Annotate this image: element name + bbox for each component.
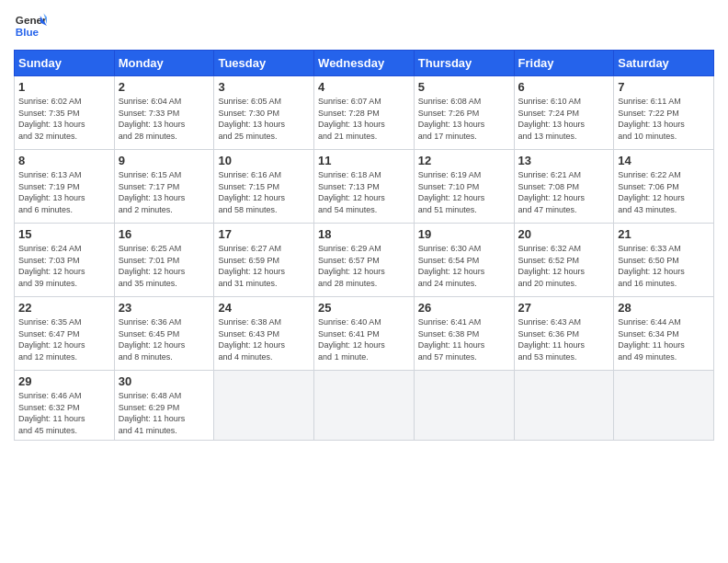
- day-info: Sunrise: 6:13 AM Sunset: 7:19 PM Dayligh…: [18, 169, 110, 215]
- day-cell: 13Sunrise: 6:21 AM Sunset: 7:08 PM Dayli…: [514, 150, 614, 224]
- day-info: Sunrise: 6:18 AM Sunset: 7:13 PM Dayligh…: [318, 169, 410, 215]
- week-row: 8Sunrise: 6:13 AM Sunset: 7:19 PM Daylig…: [15, 150, 714, 224]
- day-number: 18: [318, 227, 410, 241]
- day-number: 1: [18, 80, 110, 94]
- day-info: Sunrise: 6:19 AM Sunset: 7:10 PM Dayligh…: [418, 169, 510, 215]
- day-info: Sunrise: 6:35 AM Sunset: 6:47 PM Dayligh…: [18, 316, 110, 362]
- day-number: 20: [518, 227, 610, 241]
- day-number: 19: [418, 227, 510, 241]
- day-cell: 5Sunrise: 6:08 AM Sunset: 7:26 PM Daylig…: [414, 76, 514, 150]
- day-number: 24: [218, 301, 310, 315]
- logo: General Blue: [14, 9, 47, 42]
- day-info: Sunrise: 6:15 AM Sunset: 7:17 PM Dayligh…: [119, 169, 210, 215]
- day-cell: 23Sunrise: 6:36 AM Sunset: 6:45 PM Dayli…: [114, 297, 214, 371]
- day-number: 21: [618, 227, 710, 241]
- day-cell: [514, 371, 614, 441]
- day-number: 30: [119, 374, 210, 388]
- day-info: Sunrise: 6:16 AM Sunset: 7:15 PM Dayligh…: [218, 169, 310, 215]
- day-info: Sunrise: 6:30 AM Sunset: 6:54 PM Dayligh…: [418, 243, 510, 289]
- week-row: 15Sunrise: 6:24 AM Sunset: 7:03 PM Dayli…: [15, 224, 714, 297]
- day-number: 22: [18, 301, 110, 315]
- day-cell: [314, 371, 415, 441]
- day-number: 17: [218, 227, 310, 241]
- day-cell: 21Sunrise: 6:33 AM Sunset: 6:50 PM Dayli…: [614, 224, 714, 297]
- day-cell: 30Sunrise: 6:48 AM Sunset: 6:29 PM Dayli…: [114, 371, 214, 441]
- day-number: 27: [518, 301, 610, 315]
- day-info: Sunrise: 6:11 AM Sunset: 7:22 PM Dayligh…: [618, 96, 710, 142]
- header: General Blue: [14, 9, 714, 42]
- day-info: Sunrise: 6:41 AM Sunset: 6:38 PM Dayligh…: [418, 316, 510, 362]
- day-cell: 2Sunrise: 6:04 AM Sunset: 7:33 PM Daylig…: [114, 76, 214, 150]
- calendar-table: SundayMondayTuesdayWednesdayThursdayFrid…: [14, 50, 714, 441]
- day-cell: 4Sunrise: 6:07 AM Sunset: 7:28 PM Daylig…: [314, 76, 415, 150]
- day-number: 16: [119, 227, 210, 241]
- day-number: 11: [318, 154, 410, 167]
- day-number: 6: [518, 80, 610, 94]
- day-cell: 17Sunrise: 6:27 AM Sunset: 6:59 PM Dayli…: [214, 224, 314, 297]
- day-number: 25: [318, 301, 410, 315]
- header-day: Saturday: [614, 51, 714, 76]
- day-cell: 27Sunrise: 6:43 AM Sunset: 6:36 PM Dayli…: [514, 297, 614, 371]
- day-cell: 9Sunrise: 6:15 AM Sunset: 7:17 PM Daylig…: [114, 150, 214, 224]
- day-info: Sunrise: 6:40 AM Sunset: 6:41 PM Dayligh…: [318, 316, 410, 362]
- day-info: Sunrise: 6:08 AM Sunset: 7:26 PM Dayligh…: [418, 96, 510, 142]
- header-day: Sunday: [15, 51, 115, 76]
- day-cell: 3Sunrise: 6:05 AM Sunset: 7:30 PM Daylig…: [214, 76, 314, 150]
- day-cell: 29Sunrise: 6:46 AM Sunset: 6:32 PM Dayli…: [15, 371, 115, 441]
- day-cell: 1Sunrise: 6:02 AM Sunset: 7:35 PM Daylig…: [15, 76, 115, 150]
- day-cell: 10Sunrise: 6:16 AM Sunset: 7:15 PM Dayli…: [214, 150, 314, 224]
- logo-icon: General Blue: [14, 9, 47, 42]
- week-row: 22Sunrise: 6:35 AM Sunset: 6:47 PM Dayli…: [15, 297, 714, 371]
- day-number: 28: [618, 301, 710, 315]
- day-info: Sunrise: 6:36 AM Sunset: 6:45 PM Dayligh…: [119, 316, 210, 362]
- day-number: 4: [318, 80, 410, 94]
- day-info: Sunrise: 6:04 AM Sunset: 7:33 PM Dayligh…: [119, 96, 210, 142]
- day-number: 2: [119, 80, 210, 94]
- day-info: Sunrise: 6:25 AM Sunset: 7:01 PM Dayligh…: [119, 243, 210, 289]
- week-row: 1Sunrise: 6:02 AM Sunset: 7:35 PM Daylig…: [15, 76, 714, 150]
- day-info: Sunrise: 6:29 AM Sunset: 6:57 PM Dayligh…: [318, 243, 410, 289]
- day-number: 3: [218, 80, 310, 94]
- day-cell: [414, 371, 514, 441]
- day-number: 23: [119, 301, 210, 315]
- day-number: 9: [119, 154, 210, 167]
- day-cell: 8Sunrise: 6:13 AM Sunset: 7:19 PM Daylig…: [15, 150, 115, 224]
- day-number: 7: [618, 80, 710, 94]
- day-info: Sunrise: 6:07 AM Sunset: 7:28 PM Dayligh…: [318, 96, 410, 142]
- day-number: 15: [18, 227, 110, 241]
- day-cell: 24Sunrise: 6:38 AM Sunset: 6:43 PM Dayli…: [214, 297, 314, 371]
- page-container: General Blue SundayMondayTuesdayWednesda…: [0, 0, 728, 450]
- header-day: Wednesday: [314, 51, 415, 76]
- day-cell: 15Sunrise: 6:24 AM Sunset: 7:03 PM Dayli…: [15, 224, 115, 297]
- day-info: Sunrise: 6:32 AM Sunset: 6:52 PM Dayligh…: [518, 243, 610, 289]
- day-cell: 6Sunrise: 6:10 AM Sunset: 7:24 PM Daylig…: [514, 76, 614, 150]
- day-cell: 26Sunrise: 6:41 AM Sunset: 6:38 PM Dayli…: [414, 297, 514, 371]
- day-cell: 7Sunrise: 6:11 AM Sunset: 7:22 PM Daylig…: [614, 76, 714, 150]
- day-info: Sunrise: 6:05 AM Sunset: 7:30 PM Dayligh…: [218, 96, 310, 142]
- day-number: 14: [618, 154, 710, 167]
- day-cell: 20Sunrise: 6:32 AM Sunset: 6:52 PM Dayli…: [514, 224, 614, 297]
- header-day: Monday: [114, 51, 214, 76]
- header-row: SundayMondayTuesdayWednesdayThursdayFrid…: [15, 51, 714, 76]
- day-info: Sunrise: 6:48 AM Sunset: 6:29 PM Dayligh…: [119, 390, 210, 436]
- day-cell: 25Sunrise: 6:40 AM Sunset: 6:41 PM Dayli…: [314, 297, 415, 371]
- day-cell: 14Sunrise: 6:22 AM Sunset: 7:06 PM Dayli…: [614, 150, 714, 224]
- header-day: Thursday: [414, 51, 514, 76]
- day-cell: 19Sunrise: 6:30 AM Sunset: 6:54 PM Dayli…: [414, 224, 514, 297]
- day-cell: 12Sunrise: 6:19 AM Sunset: 7:10 PM Dayli…: [414, 150, 514, 224]
- day-cell: 28Sunrise: 6:44 AM Sunset: 6:34 PM Dayli…: [614, 297, 714, 371]
- week-row: 29Sunrise: 6:46 AM Sunset: 6:32 PM Dayli…: [15, 371, 714, 441]
- day-cell: 18Sunrise: 6:29 AM Sunset: 6:57 PM Dayli…: [314, 224, 415, 297]
- day-info: Sunrise: 6:46 AM Sunset: 6:32 PM Dayligh…: [18, 390, 110, 436]
- day-info: Sunrise: 6:33 AM Sunset: 6:50 PM Dayligh…: [618, 243, 710, 289]
- day-info: Sunrise: 6:02 AM Sunset: 7:35 PM Dayligh…: [18, 96, 110, 142]
- day-info: Sunrise: 6:22 AM Sunset: 7:06 PM Dayligh…: [618, 169, 710, 215]
- day-number: 5: [418, 80, 510, 94]
- day-number: 29: [18, 374, 110, 388]
- svg-text:Blue: Blue: [16, 26, 40, 38]
- header-day: Friday: [514, 51, 614, 76]
- day-number: 13: [518, 154, 610, 167]
- day-info: Sunrise: 6:24 AM Sunset: 7:03 PM Dayligh…: [18, 243, 110, 289]
- day-info: Sunrise: 6:43 AM Sunset: 6:36 PM Dayligh…: [518, 316, 610, 362]
- day-info: Sunrise: 6:44 AM Sunset: 6:34 PM Dayligh…: [618, 316, 710, 362]
